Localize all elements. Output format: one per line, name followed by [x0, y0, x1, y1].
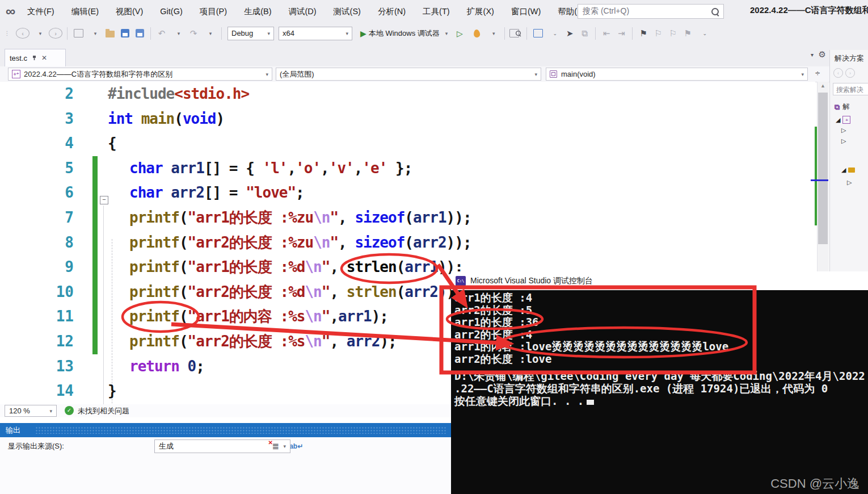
- health-check-icon: ✓: [65, 406, 74, 415]
- tree-item[interactable]: ▷: [847, 179, 852, 186]
- zoom-level-dropdown[interactable]: 120 %▾: [5, 405, 57, 417]
- open-folder-icon[interactable]: [104, 26, 116, 41]
- peek-definition-icon[interactable]: ⧉: [578, 26, 591, 41]
- configuration-dropdown[interactable]: Debug▾: [227, 27, 274, 40]
- menu-item-GitG[interactable]: Git(G): [151, 0, 191, 23]
- platform-dropdown[interactable]: x64▾: [279, 27, 352, 40]
- line-number: 6: [0, 181, 74, 206]
- member-dropdown[interactable]: main(void)▾: [546, 68, 808, 81]
- redo-dropdown[interactable]: ▾: [204, 26, 217, 41]
- close-tab-icon[interactable]: ✕: [41, 54, 47, 62]
- menu-item-项目P[interactable]: 项目(P): [191, 0, 235, 23]
- menu-item-调试D[interactable]: 调试(D): [280, 0, 325, 23]
- tree-item[interactable]: ◢+: [836, 116, 850, 124]
- save-all-icon[interactable]: [133, 26, 146, 41]
- code-text: #include<stdio.h>: [108, 82, 249, 107]
- toolbar-overflow[interactable]: ⌄: [698, 26, 711, 41]
- search-icon[interactable]: [711, 8, 719, 15]
- expanded-arrow-icon[interactable]: ◢: [836, 116, 840, 124]
- bookmark-icon[interactable]: ⚑: [637, 26, 650, 41]
- undo-dropdown[interactable]: ▾: [172, 26, 185, 41]
- menu-item-测试S[interactable]: 测试(S): [325, 0, 369, 23]
- tab-list-dropdown-icon[interactable]: ▾: [811, 52, 814, 58]
- line-number: 9: [0, 255, 74, 280]
- code-text: }: [108, 379, 116, 404]
- console-exit-line: D:\朱贵铺\编程\gitee\Coding every day 每天都要Cod…: [454, 370, 865, 383]
- title-bar: ∞ 文件(F)编辑(E)视图(V)Git(G)项目(P)生成(B)调试(D)测试…: [0, 0, 868, 23]
- tab-test-c[interactable]: test.c ✕: [5, 49, 66, 66]
- increase-indent-icon[interactable]: ⇥: [615, 26, 627, 41]
- menu-item-视图V[interactable]: 视图(V): [107, 0, 151, 23]
- menu-item-窗口W[interactable]: 窗口(W): [503, 0, 549, 23]
- save-icon[interactable]: [119, 26, 131, 41]
- clear-all-output-icon[interactable]: ≣: [272, 441, 280, 451]
- new-project-icon[interactable]: [72, 26, 85, 41]
- project-dropdown[interactable]: +⁺ 2022.4.22——C语言字符数组和字符串的区别▾: [8, 68, 272, 81]
- find-in-files-icon[interactable]: [509, 26, 522, 41]
- line-number: 11: [0, 304, 74, 329]
- solution-explorer-icon[interactable]: [532, 26, 544, 41]
- line-number: 2: [0, 82, 74, 107]
- sol-back-icon[interactable]: ‹: [833, 68, 843, 78]
- tree-item[interactable]: ▷: [841, 127, 846, 134]
- line-number: 4: [0, 131, 74, 156]
- pin-icon[interactable]: [31, 55, 37, 61]
- code-line-8: 8printf("arr2的长度 :%zu\n", sizeof(arr2));: [0, 231, 815, 256]
- menu-item-分析N[interactable]: 分析(N): [369, 0, 414, 23]
- new-project-dropdown[interactable]: ▾: [89, 26, 102, 41]
- hot-reload-icon[interactable]: [470, 26, 483, 41]
- scrollbar-up-icon[interactable]: ▲: [820, 83, 825, 89]
- line-number: 13: [0, 354, 74, 379]
- solution-icon: ⧉: [835, 103, 840, 112]
- search-input[interactable]: 搜索 (Ctrl+Q): [578, 4, 724, 19]
- console-output-line: arr2的长度 :5: [454, 304, 532, 317]
- menu-item-工具T[interactable]: 工具(T): [414, 0, 458, 23]
- collapsed-arrow-icon[interactable]: ▷: [847, 179, 852, 186]
- decrease-indent-icon[interactable]: ⇤: [600, 26, 613, 41]
- start-debug-button[interactable]: ▶本地 Windows 调试器▾: [360, 26, 448, 41]
- collapsed-arrow-icon[interactable]: ▷: [841, 127, 846, 134]
- toolbar-grip: ⋮: [1, 26, 14, 41]
- code-line-2: 2#include<stdio.h>: [0, 82, 815, 107]
- navigate-back-dropdown[interactable]: ▾: [34, 26, 47, 41]
- redo-icon[interactable]: ↷: [187, 26, 200, 41]
- method-cube-icon: [550, 70, 557, 78]
- navigate-back-button[interactable]: ‹: [16, 28, 30, 39]
- tree-item[interactable]: ◢: [841, 166, 855, 174]
- health-message: 未找到相关问题: [78, 406, 129, 416]
- undo-icon[interactable]: ↶: [155, 26, 168, 41]
- line-number: 12: [0, 329, 74, 354]
- scope-dropdown[interactable]: (全局范围)▾: [276, 68, 541, 81]
- menu-item-文件F[interactable]: 文件(F): [19, 0, 63, 23]
- next-bookmark-icon[interactable]: ⚐: [667, 26, 679, 41]
- hot-reload-dropdown[interactable]: ▾: [487, 26, 500, 41]
- tab-options-gear-icon[interactable]: ⚙: [819, 49, 826, 60]
- solution-explorer-dropdown[interactable]: ⌄: [549, 26, 561, 41]
- tree-item[interactable]: ▷: [841, 137, 846, 145]
- cpp-project-icon: +⁺: [12, 70, 20, 78]
- change-bar: [92, 181, 98, 206]
- menu-item-扩展X[interactable]: 扩展(X): [458, 0, 503, 23]
- menu-item-生成B[interactable]: 生成(B): [235, 0, 280, 23]
- clear-bookmarks-icon[interactable]: ⚑: [681, 26, 694, 41]
- menu-item-编辑E[interactable]: 编辑(E): [63, 0, 107, 23]
- navigate-forward-button[interactable]: ›: [49, 28, 62, 39]
- code-fold-toggle[interactable]: −: [100, 196, 108, 204]
- debug-console-window[interactable]: C:\ Microsoft Visual Studio 调试控制台 arr1的长…: [451, 271, 868, 494]
- start-without-debug-icon[interactable]: ▷: [453, 26, 466, 41]
- folder-icon: [848, 168, 855, 173]
- console-app-icon: C:\: [456, 276, 466, 286]
- scrollbar-thumb[interactable]: [818, 93, 828, 244]
- main-toolbar: ⋮ ‹ ▾ › ▾ ↶ ▾ ↷ ▾ Debug▾ x64▾ ▶本地 Window…: [0, 23, 868, 44]
- line-number: 10: [0, 280, 74, 305]
- solution-search-input[interactable]: 搜索解决: [833, 83, 868, 95]
- console-title-bar[interactable]: C:\ Microsoft Visual Studio 调试控制台: [451, 271, 868, 290]
- navigate-cursor-icon[interactable]: ➤: [563, 26, 576, 41]
- solution-root-item[interactable]: ⧉ 解: [835, 102, 850, 112]
- collapsed-arrow-icon[interactable]: ▷: [841, 137, 846, 145]
- expanded-arrow-icon[interactable]: ◢: [841, 166, 846, 174]
- split-window-icon[interactable]: ÷: [815, 68, 820, 78]
- word-wrap-icon[interactable]: ab↵: [289, 442, 303, 450]
- sol-forward-icon[interactable]: ›: [845, 68, 855, 78]
- previous-bookmark-icon[interactable]: ⚐: [652, 26, 664, 41]
